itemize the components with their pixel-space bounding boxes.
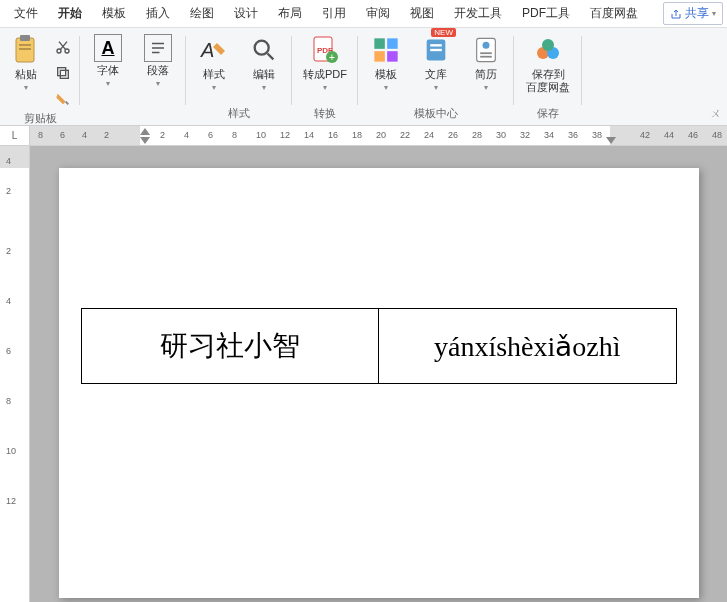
tab-devtools[interactable]: 开发工具 <box>444 1 512 26</box>
baidu-cloud-icon <box>532 34 564 66</box>
wenku-button[interactable]: NEW 文库▾ <box>414 32 458 105</box>
svg-rect-28 <box>480 56 492 58</box>
svg-rect-24 <box>430 49 442 51</box>
tab-draw[interactable]: 绘图 <box>180 1 224 26</box>
svg-rect-25 <box>477 38 496 61</box>
group-template-center: 模板▾ NEW 文库▾ 简历▾ 模板中心 <box>358 28 514 125</box>
tab-view[interactable]: 视图 <box>400 1 444 26</box>
group-label-save: 保存 <box>537 105 559 121</box>
svg-point-12 <box>255 41 269 55</box>
group-convert: PDF+ 转成PDF▾ 转换 <box>292 28 358 125</box>
ruler-corner[interactable]: L <box>0 126 30 145</box>
document-page[interactable]: 研习社小智 yánxíshèxiǎozhì <box>59 168 699 598</box>
tab-insert[interactable]: 插入 <box>136 1 180 26</box>
group-label-template-center: 模板中心 <box>414 105 458 121</box>
svg-rect-21 <box>387 51 398 61</box>
brush-icon <box>55 91 71 107</box>
tab-file[interactable]: 文件 <box>4 1 48 26</box>
resume-button[interactable]: 简历▾ <box>464 32 508 105</box>
tab-template[interactable]: 模板 <box>92 1 136 26</box>
pdf-icon: PDF+ <box>309 34 341 66</box>
wenku-icon <box>420 34 452 66</box>
paragraph-button[interactable]: 段落▾ <box>136 32 180 105</box>
menu-bar: 文件 开始 模板 插入 绘图 设计 布局 引用 审阅 视图 开发工具 PDF工具… <box>0 0 727 28</box>
svg-text:+: + <box>329 52 335 63</box>
template-icon <box>370 34 402 66</box>
svg-rect-1 <box>20 35 30 41</box>
collapse-ribbon-button[interactable]: ㄨ <box>710 106 721 121</box>
paragraph-icon <box>144 34 172 62</box>
svg-rect-19 <box>387 38 398 49</box>
svg-rect-2 <box>19 44 31 46</box>
group-font: A 字体▾ 段落▾ <box>80 28 186 125</box>
share-icon <box>670 8 682 20</box>
copy-icon <box>55 65 71 81</box>
new-badge: NEW <box>431 28 456 37</box>
table-cell-hanzi[interactable]: 研习社小智 <box>81 309 379 384</box>
document-table[interactable]: 研习社小智 yánxíshèxiǎozhì <box>81 308 677 384</box>
tab-pdftools[interactable]: PDF工具 <box>512 1 580 26</box>
horizontal-ruler[interactable]: L 86422468101214161820222426283032343638… <box>0 126 727 146</box>
svg-rect-18 <box>374 38 385 49</box>
svg-rect-6 <box>60 70 68 78</box>
tab-baidu[interactable]: 百度网盘 <box>580 1 648 26</box>
svg-point-31 <box>542 39 554 51</box>
copy-button[interactable] <box>52 62 74 84</box>
styles-icon: A <box>198 34 230 66</box>
ribbon: 粘贴▾ 剪贴板 A 字体▾ <box>0 28 727 126</box>
tab-design[interactable]: 设计 <box>224 1 268 26</box>
table-row[interactable]: 研习社小智 yánxíshèxiǎozhì <box>81 309 676 384</box>
canvas[interactable]: 研习社小智 yánxíshèxiǎozhì <box>30 146 727 602</box>
group-label-convert: 转换 <box>314 105 336 121</box>
svg-rect-20 <box>374 51 385 61</box>
group-label-clipboard: 剪贴板 <box>24 110 57 126</box>
svg-rect-3 <box>19 48 31 50</box>
font-icon: A <box>94 34 122 62</box>
search-icon <box>248 34 280 66</box>
save-baidu-button[interactable]: 保存到百度网盘 <box>520 32 576 105</box>
svg-rect-7 <box>58 68 66 76</box>
cut-icon <box>55 39 71 55</box>
resume-icon <box>470 34 502 66</box>
svg-rect-23 <box>430 44 442 46</box>
tab-review[interactable]: 审阅 <box>356 1 400 26</box>
svg-line-13 <box>268 54 274 60</box>
workspace: 4224681012 研习社小智 yánxíshèxiǎozhì <box>0 146 727 602</box>
font-button[interactable]: A 字体▾ <box>86 32 130 105</box>
group-clipboard: 粘贴▾ 剪贴板 <box>0 28 80 125</box>
group-save: 保存到百度网盘 保存 <box>514 28 582 125</box>
tab-layout[interactable]: 布局 <box>268 1 312 26</box>
template-button[interactable]: 模板▾ <box>364 32 408 105</box>
vertical-ruler[interactable]: 4224681012 <box>0 146 30 602</box>
svg-point-26 <box>483 42 490 49</box>
format-painter-button[interactable] <box>52 88 74 110</box>
svg-rect-27 <box>480 52 492 54</box>
share-button[interactable]: 共享 ▾ <box>663 2 723 25</box>
editing-button[interactable]: 编辑▾ <box>242 32 286 105</box>
styles-button[interactable]: A 样式▾ <box>192 32 236 105</box>
group-label-styles: 样式 <box>228 105 250 121</box>
convert-pdf-button[interactable]: PDF+ 转成PDF▾ <box>298 32 352 105</box>
svg-text:A: A <box>200 39 214 61</box>
tab-references[interactable]: 引用 <box>312 1 356 26</box>
cut-button[interactable] <box>52 36 74 58</box>
tab-home[interactable]: 开始 <box>48 1 92 26</box>
paste-button[interactable]: 粘贴▾ <box>6 32 46 110</box>
table-cell-pinyin[interactable]: yánxíshèxiǎozhì <box>379 309 677 384</box>
group-styles: A 样式▾ 编辑▾ 样式 <box>186 28 292 125</box>
paste-icon <box>10 34 42 66</box>
